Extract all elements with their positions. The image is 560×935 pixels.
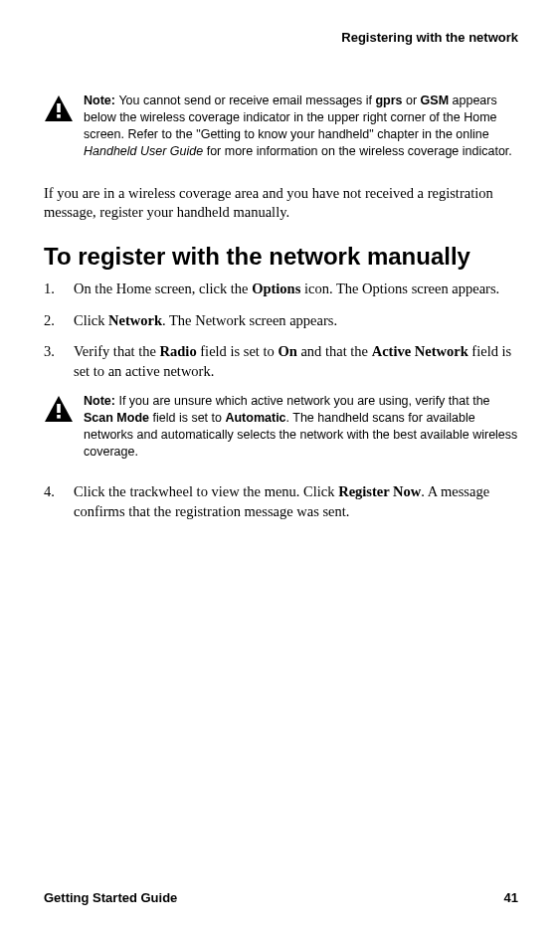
note-bold: Scan Mode xyxy=(84,411,149,425)
step-text: Click the trackwheel to view the menu. C… xyxy=(74,483,338,499)
page-header: Registering with the network xyxy=(44,30,518,45)
step-bold: On xyxy=(278,343,296,359)
step-text: . The Network screen appears. xyxy=(162,312,337,328)
note-text-segment: field is set to xyxy=(149,411,225,425)
step-text: Verify that the xyxy=(74,343,160,359)
step-list-cont: Click the trackwheel to view the menu. C… xyxy=(44,482,518,521)
svg-rect-4 xyxy=(57,404,61,413)
svg-rect-5 xyxy=(57,415,61,419)
note-italic: Handheld User Guide xyxy=(84,144,203,158)
section-heading: To register with the network manually xyxy=(44,243,518,271)
step-bold: Register Now xyxy=(338,483,421,499)
step-text: On the Home screen, click the xyxy=(74,280,252,296)
step-bold: Active Network xyxy=(372,343,468,359)
step-1: On the Home screen, click the Options ic… xyxy=(44,280,518,299)
step-text: Click xyxy=(74,312,108,328)
note-text-segment: You cannot send or receive email message… xyxy=(118,94,375,107)
note-block-2: Note: If you are unsure which active net… xyxy=(44,393,518,461)
note-bold: gprs xyxy=(375,94,402,107)
body-paragraph: If you are in a wireless coverage area a… xyxy=(44,184,518,223)
step-2: Click Network. The Network screen appear… xyxy=(44,311,518,331)
step-bold: Radio xyxy=(160,343,197,359)
footer-title: Getting Started Guide xyxy=(44,890,177,905)
warning-icon xyxy=(44,94,74,124)
note-bold: Automatic xyxy=(225,411,285,425)
note-text-1: Note: You cannot send or receive email m… xyxy=(84,93,518,160)
svg-rect-1 xyxy=(57,103,61,112)
step-text: icon. The Options screen appears. xyxy=(300,280,499,296)
step-3: Verify that the Radio field is set to On… xyxy=(44,342,518,381)
note-text-segment: or xyxy=(403,94,421,107)
step-bold: Network xyxy=(108,312,162,328)
note-text-2: Note: If you are unsure which active net… xyxy=(84,393,518,461)
note-label: Note: xyxy=(84,394,118,408)
note-block-1: Note: You cannot send or receive email m… xyxy=(44,93,518,160)
note-text-segment: for more information on the wireless cov… xyxy=(203,144,512,158)
step-4: Click the trackwheel to view the menu. C… xyxy=(44,482,518,521)
note-text-segment: If you are unsure which active network y… xyxy=(118,394,489,408)
step-text: and that the xyxy=(297,343,372,359)
warning-icon xyxy=(44,395,74,425)
note-label: Note: xyxy=(84,94,118,107)
svg-rect-2 xyxy=(57,114,61,118)
note-bold: GSM xyxy=(421,94,449,107)
step-list: On the Home screen, click the Options ic… xyxy=(44,280,518,381)
step-bold: Options xyxy=(252,280,300,296)
page-footer: Getting Started Guide 41 xyxy=(44,890,518,905)
footer-page-number: 41 xyxy=(504,890,518,905)
step-text: field is set to xyxy=(197,343,279,359)
